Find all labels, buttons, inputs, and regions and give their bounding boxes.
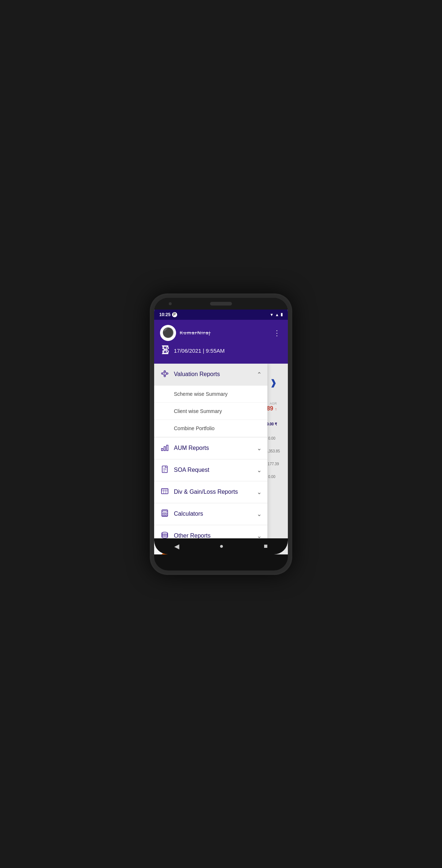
div-gain-label: Div & Gain/Loss Reports <box>174 489 257 495</box>
svg-rect-25 <box>166 513 167 514</box>
calculators-icon <box>160 509 169 519</box>
soa-icon <box>160 465 169 475</box>
header: ⚫ KumarNiraj ⋮ <box>154 320 288 364</box>
wifi-icon: ▼ <box>270 312 274 317</box>
datetime-text: 17/06/2021 | 9:55AM <box>174 348 225 354</box>
avatar: ⚫ <box>160 325 176 341</box>
valuation-icon <box>160 369 169 379</box>
battery-icon: ▮ <box>281 312 283 317</box>
calculators-header[interactable]: Calculators ⌄ <box>154 503 267 525</box>
combine-portfolio-item[interactable]: Combine Portfolio <box>154 420 267 437</box>
more-menu-icon[interactable]: ⋮ <box>272 327 282 339</box>
svg-point-3 <box>161 373 163 374</box>
user-name: KumarNiraj <box>180 330 211 336</box>
back-button[interactable]: ◀ <box>174 542 179 550</box>
status-left: 10:25 P <box>159 312 177 317</box>
aum-reports-header[interactable]: AUM Reports ⌄ <box>154 437 267 459</box>
status-right: ▼ ▲ ▮ <box>270 312 283 317</box>
bg-amount: 9.00 ₹ <box>267 422 277 426</box>
aum-icon <box>160 443 169 453</box>
content-area: ❱ AGR 89 ↑ 9.00 ₹ 0.00 <box>154 364 288 554</box>
user-icon: ⚫ <box>162 327 174 338</box>
aum-reports-label: AUM Reports <box>174 445 257 451</box>
client-wise-summary-item[interactable]: Client wise Summary <box>154 403 267 420</box>
soa-request-label: SOA Request <box>174 467 257 473</box>
calculators-chevron-icon: ⌄ <box>257 511 262 518</box>
status-bar: 10:25 P ▼ ▲ ▮ <box>154 310 288 320</box>
svg-line-11 <box>165 374 167 375</box>
home-button[interactable]: ● <box>220 542 224 550</box>
bg-number: 89 ↑ <box>267 405 277 412</box>
soa-chevron-icon: ⌄ <box>257 467 262 474</box>
combine-portfolio-label: Combine Portfolio <box>174 425 214 431</box>
svg-rect-24 <box>164 513 165 514</box>
recent-button[interactable]: ■ <box>264 542 268 550</box>
svg-rect-13 <box>164 447 165 451</box>
calculators-label: Calculators <box>174 511 257 517</box>
valuation-reports-header[interactable]: Valuation Reports ⌃ <box>154 364 267 386</box>
svg-rect-17 <box>161 489 168 490</box>
valuation-reports-label: Valuation Reports <box>174 371 257 378</box>
aum-chevron-icon: ⌄ <box>257 445 262 452</box>
header-datetime: 17/06/2021 | 9:55AM <box>160 345 282 359</box>
bottom-nav: ◀ ● ■ <box>154 538 288 554</box>
screen: 10:25 P ▼ ▲ ▮ ⚫ KumarNiraj <box>154 310 288 554</box>
svg-rect-28 <box>166 515 167 516</box>
svg-rect-27 <box>164 515 165 516</box>
speaker <box>210 302 232 306</box>
scheme-wise-label: Scheme wise Summary <box>174 391 228 397</box>
div-gain-chevron-icon: ⌄ <box>257 489 262 496</box>
status-app-icon: P <box>172 312 177 317</box>
clock-icon <box>160 345 170 357</box>
client-wise-label: Client wise Summary <box>174 408 222 414</box>
svg-line-10 <box>163 374 164 375</box>
bg-tag: AGR <box>267 402 277 405</box>
svg-line-7 <box>165 372 167 373</box>
div-gain-icon <box>160 487 169 497</box>
bg-val1: 0.00 <box>268 436 275 440</box>
svg-rect-23 <box>163 513 164 514</box>
svg-rect-26 <box>163 515 164 516</box>
status-time: 10:25 <box>159 312 171 317</box>
svg-point-4 <box>164 371 165 372</box>
phone-top-hardware <box>154 298 288 310</box>
svg-line-6 <box>163 372 164 373</box>
scheme-wise-summary-item[interactable]: Scheme wise Summary <box>154 386 267 403</box>
svg-rect-22 <box>163 511 167 512</box>
svg-rect-15 <box>162 466 167 473</box>
div-gain-header[interactable]: Div & Gain/Loss Reports ⌄ <box>154 481 267 503</box>
svg-point-9 <box>164 375 165 377</box>
camera <box>169 302 172 305</box>
svg-rect-12 <box>161 448 163 451</box>
header-user: ⚫ KumarNiraj <box>160 325 211 341</box>
chevron-right-icon[interactable]: ❱ <box>270 378 277 388</box>
svg-point-5 <box>167 373 168 374</box>
svg-rect-14 <box>167 445 168 451</box>
side-menu: Valuation Reports ⌃ Scheme wise Summary … <box>154 364 267 554</box>
header-top: ⚫ KumarNiraj ⋮ <box>160 325 282 341</box>
phone-inner: 10:25 P ▼ ▲ ▮ ⚫ KumarNiraj <box>154 298 288 571</box>
signal-icon: ▲ <box>275 312 279 317</box>
phone-frame: 10:25 P ▼ ▲ ▮ ⚫ KumarNiraj <box>150 293 292 575</box>
bg-val4: 0.00 <box>268 475 275 479</box>
valuation-chevron-up-icon: ⌃ <box>257 371 262 378</box>
soa-request-header[interactable]: SOA Request ⌄ <box>154 459 267 481</box>
